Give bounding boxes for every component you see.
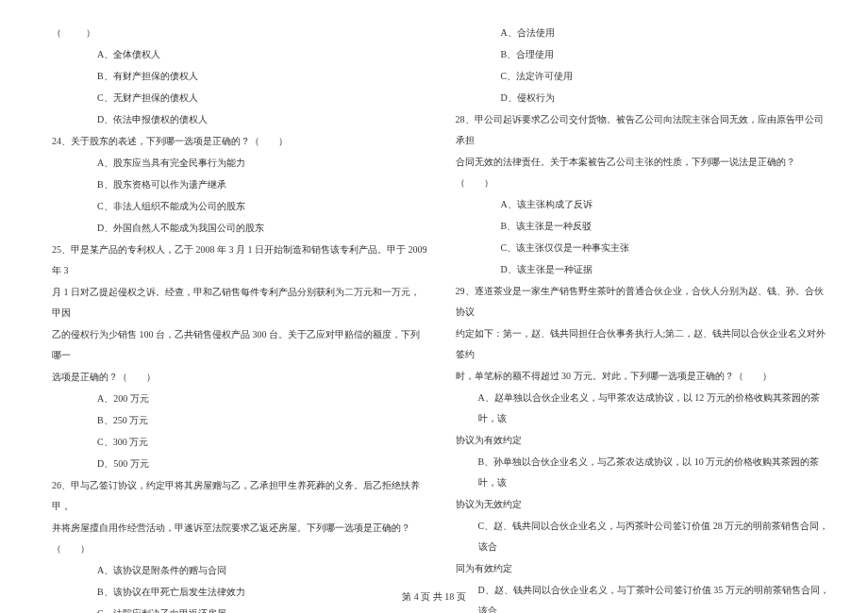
option-c: C、非法人组织不能成为公司的股东: [52, 196, 427, 217]
option-b: B、有财产担保的债权人: [52, 66, 427, 87]
page-footer: 第 4 页 共 18 页: [0, 590, 868, 604]
option-d: D、该主张是一种证据: [456, 259, 831, 280]
question-24: 24、关于股东的表述，下列哪一选项是正确的？（ ）: [52, 131, 427, 152]
question-28-line1: 28、甲公司起诉要求乙公司交付货物。被告乙公司向法院主张合同无效，应由原告甲公司…: [456, 109, 831, 151]
right-column: A、合法使用 B、合理使用 C、法定许可使用 D、侵权行为 28、甲公司起诉要求…: [456, 23, 831, 556]
option-c: C、法定许可使用: [456, 66, 831, 87]
option-b-line1: B、孙单独以合伙企业名义，与乙茶农达成协议，以 10 万元的价格收购其茶园的茶叶…: [456, 452, 831, 493]
option-d: D、外国自然人不能成为我国公司的股东: [52, 218, 427, 239]
option-a: A、合法使用: [456, 23, 831, 43]
question-29-line2: 约定如下：第一，赵、钱共同担任合伙事务执行人;第二，赵、钱共同以合伙企业名义对外…: [456, 323, 831, 365]
option-d: D、依法申报债权的债权人: [52, 109, 427, 130]
question-29-line3: 时，单笔标的额不得超过 30 万元。对此，下列哪一选项是正确的？（ ）: [456, 366, 831, 387]
option-b: B、合理使用: [456, 44, 831, 65]
option-c: C、无财产担保的债权人: [52, 88, 427, 108]
option-b-line2: 协议为无效约定: [456, 494, 831, 515]
text-line: （ ）: [52, 23, 427, 43]
left-column: （ ） A、全体债权人 B、有财产担保的债权人 C、无财产担保的债权人 D、依法…: [52, 23, 427, 556]
option-c: C、该主张仅仅是一种事实主张: [456, 238, 831, 258]
option-c: C、法院应判决乙向甲返还房屋: [52, 604, 427, 613]
question-25-line3: 乙的侵权行为少销售 100 台，乙共销售侵权产品 300 台。关于乙应对甲赔偿的…: [52, 324, 427, 366]
option-a: A、该协议是附条件的赠与合同: [52, 560, 427, 581]
question-26-line2: 并将房屋擅自用作经营活动，甲遂诉至法院要求乙返还房屋。下列哪一选项是正确的？（ …: [52, 518, 427, 559]
option-a: A、全体债权人: [52, 44, 427, 65]
option-a: A、股东应当具有完全民事行为能力: [52, 153, 427, 174]
option-b: B、该主张是一种反驳: [456, 216, 831, 237]
question-26-line1: 26、甲与乙签订协议，约定甲将其房屋赠与乙，乙承担甲生养死葬的义务。后乙拒绝扶养…: [52, 475, 427, 517]
question-25-line4: 选项是正确的？（ ）: [52, 367, 427, 388]
option-c: C、300 万元: [52, 432, 427, 453]
question-25-line2: 月 1 日对乙提起侵权之诉。经查，甲和乙销售每件专利产品分别获利为二万元和一万元…: [52, 282, 427, 323]
question-25-line1: 25、甲是某产品的专利权人，乙于 2008 年 3 月 1 日开始制造和销售该专…: [52, 240, 427, 281]
option-a-line1: A、赵单独以合伙企业名义，与甲茶农达成协议，以 12 万元的价格收购其茶园的茶叶…: [456, 388, 831, 429]
option-b: B、250 万元: [52, 410, 427, 431]
page-container: （ ） A、全体债权人 B、有财产担保的债权人 C、无财产担保的债权人 D、依法…: [0, 0, 868, 585]
option-a: A、200 万元: [52, 389, 427, 409]
blank-paren: （ ）: [52, 27, 97, 38]
option-b: B、股东资格可以作为遗产继承: [52, 174, 427, 195]
question-29-line1: 29、逐道茶业是一家生产销售野生茶叶的普通合伙企业，合伙人分别为赵、钱、孙。合伙…: [456, 281, 831, 323]
option-c-line2: 同为有效约定: [456, 558, 831, 579]
option-d: D、500 万元: [52, 454, 427, 474]
option-d: D、侵权行为: [456, 88, 831, 108]
option-a-line2: 协议为有效约定: [456, 430, 831, 451]
option-a: A、该主张构成了反诉: [456, 194, 831, 215]
option-c-line1: C、赵、钱共同以合伙企业名义，与丙茶叶公司签订价值 28 万元的明前茶销售合同，…: [456, 516, 831, 557]
question-28-line2: 合同无效的法律责任。关于本案被告乙公司主张的性质，下列哪一说法是正确的？（ ）: [456, 152, 831, 193]
